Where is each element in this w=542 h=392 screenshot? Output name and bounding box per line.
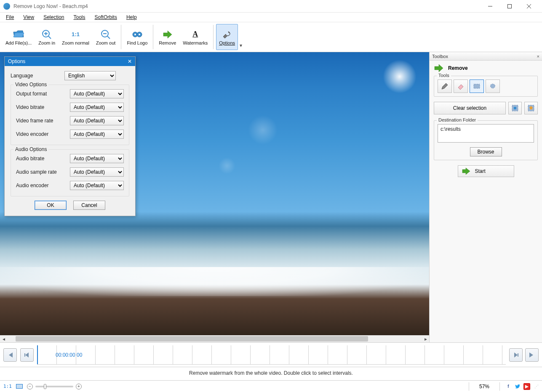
ok-button[interactable]: OK — [35, 201, 67, 210]
toolbar-options[interactable]: Options — [216, 24, 238, 50]
toolbar-separator — [153, 25, 153, 49]
percent-indicator: 57% — [469, 382, 500, 391]
options-dialog: Options ✕ Language English Video Options… — [4, 56, 136, 216]
toolbar-watermarks[interactable]: A Watermarks — [180, 24, 211, 50]
titlebar: Remove Logo Now! - Beach.mp4 — [0, 0, 542, 13]
toolbar-remove[interactable]: Remove — [156, 24, 179, 50]
scale-indicator[interactable]: 1:1 — [3, 384, 12, 389]
svg-rect-0 — [508, 4, 512, 8]
twitter-icon[interactable] — [514, 383, 521, 390]
lens-flare — [248, 115, 278, 145]
menubar: File View Selection Tools SoftOrbits Hel… — [0, 13, 542, 22]
zoom-slider[interactable]: − + — [27, 384, 82, 389]
window-title: Remove Logo Now! - Beach.mp4 — [13, 3, 481, 9]
zoom-plus-icon[interactable]: + — [76, 384, 82, 389]
toolbar-separator — [213, 25, 214, 49]
scroll-left-arrow[interactable]: ◂ — [0, 336, 7, 342]
toolbar-zoom-in[interactable]: Zoom in — [35, 24, 58, 50]
zoom-handle[interactable] — [44, 384, 46, 389]
horizontal-scrollbar[interactable]: ◂ ▸ — [0, 335, 429, 342]
toolbox-heading: Remove — [448, 65, 468, 71]
audio-options-group: Audio Options Audio bitrate Auto (Defaul… — [11, 149, 129, 196]
svg-point-5 — [134, 34, 136, 35]
selection-rect-icon[interactable] — [16, 384, 23, 389]
resize-grip[interactable]: ⋰ — [533, 384, 539, 389]
video-encoder-select[interactable]: Auto (Default) — [70, 130, 124, 139]
svg-point-6 — [139, 34, 140, 35]
tool-pencil[interactable] — [438, 79, 452, 93]
youtube-icon[interactable]: ▶ — [523, 383, 530, 390]
video-options-group: Video Options Output format Auto (Defaul… — [11, 85, 129, 145]
menu-softorbits[interactable]: SoftOrbits — [93, 13, 119, 21]
language-label: Language — [11, 73, 64, 79]
browse-button[interactable]: Browse — [470, 147, 502, 156]
load-selection-button[interactable] — [524, 102, 538, 114]
video-bitrate-select[interactable]: Auto (Default) — [70, 103, 124, 112]
menu-selection[interactable]: Selection — [42, 13, 66, 21]
language-select[interactable]: English — [64, 71, 116, 80]
hint-bar: Remove watermark from the whole video. D… — [0, 367, 542, 379]
facebook-icon[interactable]: f — [505, 383, 512, 390]
svg-rect-7 — [474, 84, 480, 88]
save-selection-button[interactable] — [508, 102, 522, 114]
tool-eraser[interactable] — [454, 79, 468, 93]
audio-samplerate-select[interactable]: Auto (Default) — [70, 167, 124, 177]
toolbox-panel-title: Toolbox × — [430, 52, 542, 61]
audio-bitrate-select[interactable]: Auto (Default) — [70, 154, 124, 163]
dialog-close-button[interactable]: ✕ — [128, 58, 132, 64]
playhead[interactable] — [37, 345, 38, 364]
zoom-minus-icon[interactable]: − — [27, 384, 33, 389]
status-bar: 1:1 − + 57% f ▶ ⋰ — [0, 380, 542, 392]
menu-help[interactable]: Help — [125, 13, 139, 21]
timecode: 00:00:00 00 — [56, 352, 82, 358]
folder-open-icon — [13, 29, 24, 40]
options-wrench-icon — [221, 29, 233, 40]
tool-lasso[interactable] — [486, 79, 500, 93]
dialog-title: Options — [8, 58, 25, 64]
video-framerate-select[interactable]: Auto (Default) — [70, 116, 124, 125]
toolbar-separator — [121, 25, 121, 49]
timeline-track[interactable] — [37, 345, 506, 365]
toolbar-add-files[interactable]: Add File(s)... — [3, 24, 35, 50]
find-logo-icon — [131, 29, 143, 40]
skip-end-button[interactable] — [525, 348, 539, 362]
foam — [0, 267, 429, 296]
clear-selection-button[interactable]: Clear selection — [434, 102, 506, 114]
step-back-button[interactable] — [20, 348, 34, 362]
svg-rect-9 — [514, 107, 516, 109]
destination-group: Destination Folder c:\results Browse — [434, 120, 538, 160]
scroll-right-arrow[interactable]: ▸ — [422, 336, 429, 342]
menu-view[interactable]: View — [21, 13, 36, 21]
tool-rectangle-select[interactable] — [470, 79, 484, 93]
toolbar-zoom-normal[interactable]: 1:1 Zoom normal — [59, 24, 92, 50]
toolbox-close-icon[interactable]: × — [537, 54, 539, 59]
toolbar: Add File(s)... Zoom in 1:1 Zoom normal Z… — [0, 22, 542, 52]
lens-flare — [219, 157, 235, 174]
timeline: 00:00:00 00 — [0, 342, 542, 367]
audio-encoder-select[interactable]: Auto (Default) — [70, 181, 124, 190]
app-icon — [3, 3, 10, 10]
scroll-thumb[interactable] — [16, 336, 368, 342]
cancel-button[interactable]: Cancel — [73, 201, 105, 210]
minimize-button[interactable] — [481, 0, 500, 13]
toolbar-overflow[interactable]: ▾ — [239, 24, 243, 50]
remove-icon — [162, 29, 174, 40]
maximize-button[interactable] — [500, 0, 519, 13]
menu-tools[interactable]: Tools — [72, 13, 87, 21]
step-forward-button[interactable] — [509, 348, 523, 362]
start-button[interactable]: Start — [458, 165, 514, 177]
menu-file[interactable]: File — [4, 13, 16, 21]
tools-group: Tools — [434, 76, 538, 97]
toolbox-panel: Toolbox × Remove Tools Clear selection — [429, 52, 542, 342]
zoom-normal-icon: 1:1 — [70, 29, 82, 40]
close-button[interactable] — [519, 0, 539, 13]
skip-start-button[interactable] — [3, 348, 17, 362]
sun-glare — [383, 60, 417, 93]
destination-folder-input[interactable]: c:\results — [438, 124, 534, 143]
zoom-in-icon — [41, 29, 53, 40]
output-format-select[interactable]: Auto (Default) — [70, 89, 124, 98]
toolbar-find-logo[interactable]: Find Logo — [124, 24, 150, 50]
zoom-out-icon — [100, 29, 112, 40]
watermarks-icon: A — [190, 29, 201, 40]
toolbar-zoom-out[interactable]: Zoom out — [93, 24, 118, 50]
